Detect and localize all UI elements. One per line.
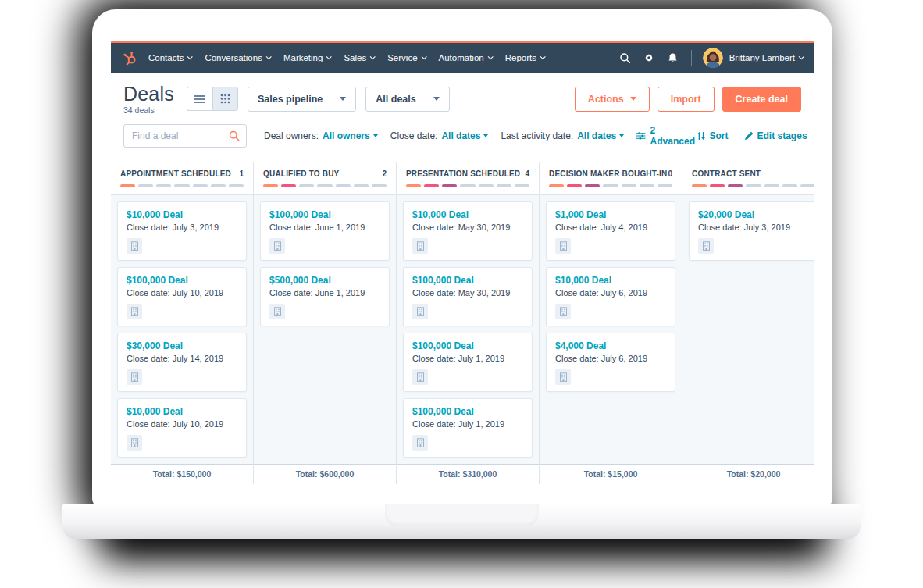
- stage-progress-meter: [120, 184, 244, 187]
- nav-item-label: Service: [387, 53, 417, 62]
- list-view-button[interactable]: [187, 87, 212, 111]
- deal-card[interactable]: $10,000 Deal Close date: July 10, 2019: [117, 398, 247, 458]
- deal-card[interactable]: $20,000 Deal Close date: July 3, 2019: [689, 201, 814, 261]
- stage-segment: [263, 184, 278, 187]
- deal-title[interactable]: $100,000 Deal: [412, 275, 523, 286]
- deal-title[interactable]: $100,000 Deal: [269, 209, 380, 220]
- deal-card[interactable]: $100,000 Deal Close date: June 1, 2019: [260, 201, 390, 261]
- deal-title[interactable]: $1,000 Deal: [555, 209, 666, 220]
- pipeline-board: APPOINTMENT SCHEDULED 1 $10,000 Deal Clo…: [111, 162, 814, 484]
- stage-segment: [800, 184, 814, 187]
- deal-card[interactable]: $100,000 Deal Close date: July 1, 2019: [403, 398, 533, 458]
- advanced-label: 2 Advanced: [650, 125, 697, 147]
- stage-segment: [497, 184, 511, 187]
- search-icon[interactable]: [619, 52, 631, 64]
- nav-item-marketing[interactable]: Marketing: [283, 53, 331, 62]
- nav-item-contacts[interactable]: Contacts: [148, 53, 191, 62]
- nav-item-automation[interactable]: Automation: [439, 53, 492, 62]
- deal-title[interactable]: $500,000 Deal: [269, 275, 380, 286]
- deal-search[interactable]: [123, 124, 247, 148]
- deal-title[interactable]: $30,000 Deal: [127, 340, 237, 351]
- deal-close-date: Close date: July 3, 2019: [127, 223, 237, 232]
- notifications-bell-icon[interactable]: [667, 52, 679, 64]
- column-header: APPOINTMENT SCHEDULED 1: [111, 162, 253, 195]
- hubspot-logo-icon[interactable]: [122, 49, 139, 66]
- deal-title[interactable]: $10,000 Deal: [127, 406, 237, 417]
- stage-segment: [211, 184, 226, 187]
- deal-title[interactable]: $100,000 Deal: [412, 406, 523, 417]
- deal-title[interactable]: $100,000 Deal: [127, 275, 237, 286]
- nav-item-service[interactable]: Service: [387, 53, 425, 62]
- caret-down-icon: [373, 134, 378, 137]
- deal-card[interactable]: $1,000 Deal Close date: July 4, 2019: [546, 201, 675, 261]
- gear-icon[interactable]: [643, 52, 655, 64]
- company-icon: [127, 369, 142, 385]
- deal-card[interactable]: $500,000 Deal Close date: June 1, 2019: [260, 267, 390, 326]
- company-icon: [127, 238, 142, 254]
- deals-filter-select[interactable]: All deals: [365, 87, 449, 112]
- column-title: APPOINTMENT SCHEDULED: [120, 169, 231, 178]
- user-menu[interactable]: Brittany Lambert: [729, 53, 803, 62]
- chevron-down-icon: [487, 54, 493, 59]
- deal-title[interactable]: $4,000 Deal: [555, 340, 666, 351]
- nav-item-reports[interactable]: Reports: [505, 53, 544, 62]
- edit-stages-button[interactable]: Edit stages: [744, 130, 807, 141]
- list-icon: [194, 94, 205, 104]
- deal-card[interactable]: $10,000 Deal Close date: July 3, 2019: [117, 201, 247, 261]
- pipeline-select[interactable]: Sales pipeline: [248, 87, 356, 112]
- deal-owners-dropdown[interactable]: All owners: [323, 130, 378, 141]
- filter-deal-owners: Deal owners: All owners: [264, 130, 378, 141]
- deal-card[interactable]: $100,000 Deal Close date: July 10, 2019: [117, 267, 247, 326]
- column-total: Total: $600,000: [254, 464, 396, 484]
- nav-item-label: Contacts: [148, 53, 184, 62]
- stage-segment: [460, 184, 475, 187]
- create-deal-label: Create deal: [736, 94, 788, 105]
- avatar[interactable]: [703, 48, 723, 68]
- actions-label: Actions: [588, 94, 624, 105]
- deal-title[interactable]: $10,000 Deal: [555, 275, 666, 286]
- board-view-button[interactable]: [212, 87, 238, 111]
- deal-card[interactable]: $10,000 Deal Close date: May 30, 2019: [403, 201, 533, 261]
- deal-close-date: Close date: July 14, 2019: [127, 354, 237, 363]
- column-cards: $10,000 Deal Close date: May 30, 2019 $1…: [397, 195, 539, 464]
- deal-close-date: Close date: May 30, 2019: [412, 223, 523, 232]
- deal-title[interactable]: $10,000 Deal: [412, 209, 523, 220]
- advanced-filters-button[interactable]: 2 Advanced: [636, 125, 696, 147]
- deal-card[interactable]: $100,000 Deal Close date: July 1, 2019: [403, 333, 533, 392]
- laptop-notch: [385, 504, 539, 526]
- deal-card[interactable]: $10,000 Deal Close date: July 6, 2019: [546, 267, 675, 326]
- deal-title[interactable]: $10,000 Deal: [127, 209, 237, 220]
- stage-segment: [354, 184, 369, 187]
- filter-label: Close date:: [390, 130, 438, 141]
- close-date-dropdown[interactable]: All dates: [441, 130, 488, 141]
- deal-close-date: Close date: July 6, 2019: [555, 288, 666, 298]
- nav-item-sales[interactable]: Sales: [344, 53, 374, 62]
- column-title: CONTRACT SENT: [692, 169, 761, 178]
- deal-title[interactable]: $20,000 Deal: [698, 209, 809, 220]
- column-count: 2: [382, 169, 387, 178]
- nav-item-conversations[interactable]: Conversations: [205, 53, 270, 62]
- last-activity-dropdown[interactable]: All dates: [577, 130, 624, 141]
- create-deal-button[interactable]: Create deal: [722, 87, 801, 112]
- column-header: PRESENTATION SCHEDULED 4: [397, 162, 539, 195]
- actions-button[interactable]: Actions: [575, 87, 650, 112]
- stage-progress-meter: [549, 184, 672, 187]
- sort-button[interactable]: Sort: [697, 130, 729, 141]
- caret-down-icon: [619, 134, 624, 137]
- stage-segment: [372, 184, 387, 187]
- column-total: Total: $15,000: [540, 464, 682, 484]
- search-input[interactable]: [132, 130, 229, 141]
- deal-card[interactable]: $30,000 Deal Close date: July 14, 2019: [117, 333, 247, 392]
- deal-card[interactable]: $4,000 Deal Close date: July 6, 2019: [546, 333, 675, 392]
- deal-card[interactable]: $100,000 Deal Close date: May 30, 2019: [403, 267, 533, 326]
- column-count: 4: [525, 169, 529, 178]
- deal-title[interactable]: $100,000 Deal: [412, 340, 523, 351]
- stage-segment: [728, 184, 743, 187]
- stage-segment: [317, 184, 332, 187]
- column-title: PRESENTATION SCHEDULED: [406, 169, 520, 178]
- import-button[interactable]: Import: [658, 87, 715, 112]
- marketing-graphic: Contacts Conversations Marketing Sales S…: [0, 0, 923, 588]
- column-total: Total: $310,000: [397, 464, 539, 484]
- caret-down-icon: [483, 134, 488, 137]
- stage-segment: [336, 184, 351, 187]
